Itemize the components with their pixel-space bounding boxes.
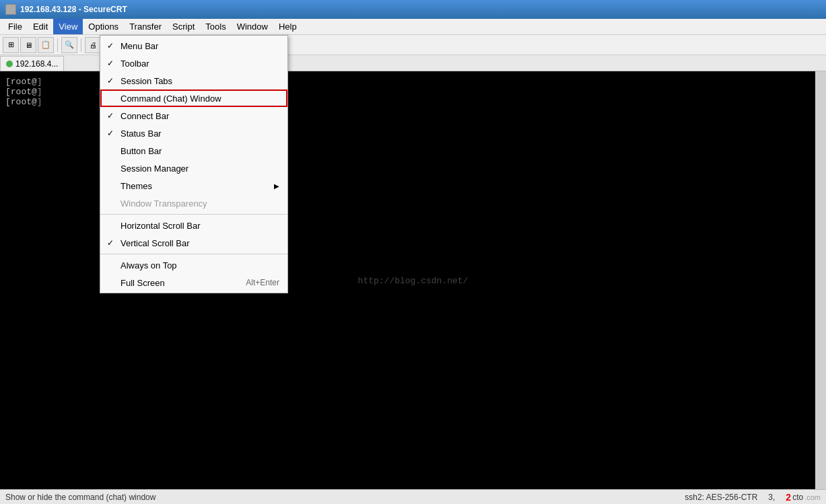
- toolbar-btn-3[interactable]: 📋: [38, 37, 54, 53]
- logo-suffix: .com: [804, 493, 821, 501]
- menu-options[interactable]: Options: [83, 19, 124, 34]
- sep-2: [100, 254, 287, 254]
- menu-tools[interactable]: Tools: [200, 19, 231, 34]
- view-status-bar[interactable]: ✓ Status Bar: [100, 124, 287, 142]
- menu-view[interactable]: View: [53, 19, 83, 34]
- menu-script[interactable]: Script: [167, 19, 200, 34]
- menu-transfer[interactable]: Transfer: [124, 19, 167, 34]
- check-v-scroll: ✓: [107, 238, 114, 248]
- vertical-scrollbar[interactable]: [815, 71, 826, 489]
- menu-window[interactable]: Window: [232, 19, 273, 34]
- toolbar-btn-4[interactable]: 🔍: [61, 37, 77, 53]
- view-always-on-top[interactable]: Always on Top: [100, 256, 287, 274]
- toolbar-sep-2: [81, 38, 81, 52]
- status-right: ssh2: AES-256-CTR 3, 2 cto .com: [685, 492, 821, 503]
- title-icon: [5, 4, 16, 15]
- menu-edit[interactable]: Edit: [28, 19, 53, 34]
- title-bar: 192.168.43.128 - SecureCRT: [0, 0, 826, 19]
- view-session-tabs[interactable]: ✓ Session Tabs: [100, 72, 287, 89]
- check-session-tabs: ✓: [107, 76, 114, 85]
- tab-dot: [6, 61, 13, 67]
- position-label: 3,: [768, 493, 775, 502]
- view-themes[interactable]: Themes ▶: [100, 177, 287, 194]
- view-v-scroll[interactable]: ✓ Vertical Scroll Bar: [100, 234, 287, 252]
- logo-cto: cto: [792, 493, 803, 502]
- dropdown-menu: ✓ Menu Bar ✓ Toolbar ✓ Session Tabs Comm…: [100, 35, 288, 293]
- view-menu-bar[interactable]: ✓ Menu Bar: [100, 37, 287, 55]
- toolbar-sep-1: [57, 38, 58, 52]
- view-command-chat[interactable]: Command (Chat) Window: [100, 89, 287, 107]
- toolbar-btn-1[interactable]: ⊞: [3, 37, 19, 53]
- sep-1: [100, 214, 287, 215]
- watermark: http://blog.csdn.net/: [358, 275, 469, 285]
- status-text: Show or hide the command (chat) window: [5, 493, 685, 502]
- menu-help[interactable]: Help: [273, 19, 302, 34]
- view-button-bar[interactable]: Button Bar: [100, 142, 287, 159]
- view-full-screen[interactable]: Full Screen Alt+Enter: [100, 274, 287, 291]
- view-toolbar[interactable]: ✓ Toolbar: [100, 55, 287, 72]
- window-title: 192.168.43.128 - SecureCRT: [20, 5, 127, 14]
- themes-arrow: ▶: [274, 182, 279, 190]
- session-tab-label: 192.168.4...: [15, 59, 58, 69]
- check-status-bar: ✓: [107, 129, 114, 138]
- logo-2: 2: [786, 492, 791, 503]
- toolbar-btn-5[interactable]: 🖨: [85, 37, 101, 53]
- toolbar-btn-2[interactable]: 🖥: [20, 37, 36, 53]
- full-screen-shortcut: Alt+Enter: [246, 278, 279, 287]
- view-session-manager[interactable]: Session Manager: [100, 159, 287, 177]
- encryption-label: ssh2: AES-256-CTR: [685, 493, 757, 502]
- menu-file[interactable]: File: [3, 19, 28, 34]
- check-connect-bar: ✓: [107, 111, 114, 120]
- view-window-transparency[interactable]: Window Transparency: [100, 194, 287, 212]
- menu-bar: File Edit View Options Transfer Script T…: [0, 19, 826, 35]
- view-connect-bar[interactable]: ✓ Connect Bar: [100, 107, 287, 124]
- logo-2cto: 2 cto .com: [786, 492, 821, 503]
- check-menu-bar: ✓: [107, 41, 114, 50]
- check-toolbar: ✓: [107, 59, 114, 68]
- app-wrapper: 192.168.43.128 - SecureCRT File Edit Vie…: [0, 0, 826, 504]
- session-tab[interactable]: 192.168.4...: [0, 56, 64, 71]
- view-h-scroll[interactable]: Horizontal Scroll Bar: [100, 217, 287, 234]
- status-bar: Show or hide the command (chat) window s…: [0, 489, 826, 504]
